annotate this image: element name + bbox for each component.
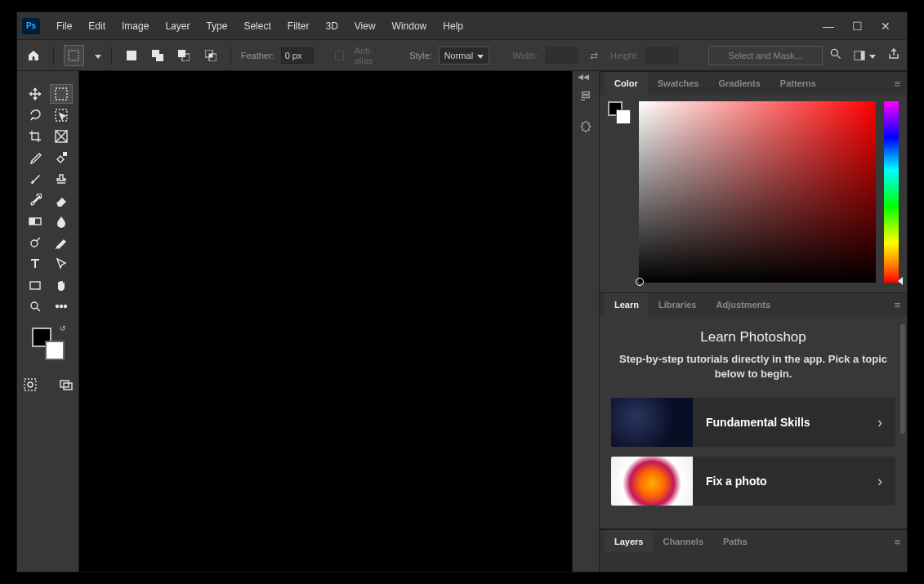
- collapsed-dock: ◀◀: [572, 71, 600, 572]
- tool-stamp[interactable]: [50, 169, 73, 189]
- menu-edit[interactable]: Edit: [80, 16, 114, 37]
- tool-history-brush[interactable]: [24, 190, 47, 210]
- tab-learn[interactable]: Learn: [605, 293, 649, 316]
- tools-panel: ↺: [17, 71, 79, 572]
- learn-subtitle: Step-by-step tutorials directly in the a…: [611, 352, 895, 381]
- canvas[interactable]: [79, 71, 572, 572]
- tool-eyedropper[interactable]: [24, 148, 47, 167]
- tool-hand[interactable]: [50, 275, 73, 295]
- height-input: [645, 47, 678, 64]
- intersect-selection-icon[interactable]: [201, 45, 221, 66]
- feather-input[interactable]: [281, 47, 314, 64]
- tutorial-item[interactable]: Fix a photo›: [611, 457, 895, 506]
- swap-colors-icon[interactable]: ↺: [60, 324, 66, 332]
- svg-point-26: [56, 305, 58, 308]
- tutorial-item[interactable]: Fundamental Skills›: [611, 398, 895, 447]
- width-input: [545, 47, 578, 64]
- menu-view[interactable]: View: [346, 16, 384, 37]
- menu-help[interactable]: Help: [435, 16, 471, 37]
- color-hue-slider[interactable]: [884, 101, 899, 283]
- tool-blur[interactable]: [50, 212, 73, 231]
- share-icon[interactable]: [887, 47, 900, 63]
- tool-lasso[interactable]: [24, 105, 47, 125]
- tool-pen[interactable]: [50, 233, 73, 252]
- tab-layers[interactable]: Layers: [605, 530, 653, 552]
- style-value: Normal: [444, 51, 473, 60]
- menu-filter[interactable]: Filter: [279, 16, 318, 37]
- photoshop-window: Ps FileEditImageLayerTypeSelectFilter3DV…: [16, 11, 908, 573]
- width-label: Width:: [512, 51, 538, 60]
- tool-frame[interactable]: [50, 127, 73, 146]
- marquee-tool-icon[interactable]: [64, 45, 84, 66]
- tool-quick-select[interactable]: [50, 105, 73, 125]
- panel-menu-icon[interactable]: ≡: [894, 78, 900, 90]
- learn-panel: LearnLibrariesAdjustments≡ Learn Photosh…: [600, 292, 907, 528]
- panel-menu-icon[interactable]: ≡: [894, 536, 900, 548]
- tutorial-thumbnail: [611, 398, 693, 447]
- menu-file[interactable]: File: [48, 16, 80, 37]
- tab-paths[interactable]: Paths: [713, 530, 757, 552]
- select-and-mask-button[interactable]: Select and Mask...: [708, 46, 824, 65]
- tab-libraries[interactable]: Libraries: [649, 293, 706, 316]
- maximize-button[interactable]: ☐: [852, 20, 863, 33]
- tab-channels[interactable]: Channels: [653, 530, 713, 552]
- tool-dodge[interactable]: [24, 233, 47, 252]
- svg-rect-0: [69, 50, 78, 60]
- history-panel-icon[interactable]: [578, 87, 594, 104]
- tutorial-label: Fundamental Skills: [693, 416, 864, 429]
- new-selection-icon[interactable]: [122, 45, 141, 66]
- svg-line-10: [837, 56, 841, 59]
- style-select[interactable]: Normal: [439, 47, 490, 65]
- tool-brush[interactable]: [24, 169, 47, 189]
- tool-healing[interactable]: [50, 148, 73, 167]
- color-saturation-value-picker[interactable]: [639, 101, 876, 283]
- svg-rect-13: [56, 88, 67, 100]
- panel-menu-icon[interactable]: ≡: [894, 299, 900, 311]
- tool-rectangle[interactable]: [24, 275, 47, 295]
- tool-type[interactable]: [24, 254, 47, 274]
- chevron-right-icon: ›: [864, 473, 895, 490]
- options-bar: Feather: Anti-alias Style: Normal Width:…: [17, 40, 907, 71]
- home-button[interactable]: [24, 45, 43, 66]
- tool-move[interactable]: [24, 84, 47, 104]
- menu-select[interactable]: Select: [235, 16, 279, 37]
- tool-path-select[interactable]: [50, 254, 73, 274]
- background-color-swatch[interactable]: [45, 341, 65, 360]
- tab-swatches[interactable]: Swatches: [648, 72, 709, 95]
- learn-scrollbar[interactable]: [900, 324, 905, 524]
- minimize-button[interactable]: —: [823, 20, 834, 33]
- menu-type[interactable]: Type: [198, 16, 235, 37]
- svg-point-27: [60, 305, 62, 308]
- tab-gradients[interactable]: Gradients: [708, 72, 770, 95]
- tool-preset-dropdown[interactable]: [91, 50, 101, 61]
- tool-crop[interactable]: [24, 127, 47, 146]
- properties-panel-icon[interactable]: [578, 118, 594, 135]
- tool-eraser[interactable]: [50, 190, 73, 210]
- menu-window[interactable]: Window: [384, 16, 435, 37]
- workspace-switcher-icon[interactable]: [854, 50, 876, 61]
- collapse-mid-icon[interactable]: ◀◀: [578, 73, 589, 81]
- tool-more[interactable]: [50, 296, 73, 316]
- color-fgbg-swatch[interactable]: [608, 101, 631, 124]
- screenmode-button[interactable]: [55, 375, 78, 395]
- menu-3d[interactable]: 3D: [317, 16, 346, 37]
- add-selection-icon[interactable]: [148, 45, 167, 66]
- tab-color[interactable]: Color: [605, 72, 648, 95]
- subtract-selection-icon[interactable]: [174, 45, 194, 66]
- feather-label: Feather:: [241, 51, 275, 60]
- main-area: ◀◀ ↺ ◀◀ ▶▶: [17, 71, 907, 572]
- tool-marquee-rect[interactable]: [50, 84, 73, 104]
- svg-point-9: [831, 49, 837, 56]
- tab-adjustments[interactable]: Adjustments: [706, 293, 780, 316]
- svg-line-22: [37, 238, 40, 241]
- tab-patterns[interactable]: Patterns: [770, 72, 826, 95]
- tool-zoom[interactable]: [24, 296, 47, 316]
- close-button[interactable]: ✕: [881, 20, 891, 33]
- menu-layer[interactable]: Layer: [157, 16, 198, 37]
- search-icon[interactable]: [829, 47, 842, 63]
- quickmask-button[interactable]: [19, 375, 42, 395]
- tool-gradient[interactable]: [24, 212, 47, 231]
- foreground-background-colors[interactable]: ↺: [32, 328, 65, 360]
- menu-image[interactable]: Image: [114, 16, 157, 37]
- tutorial-thumbnail: [611, 457, 693, 506]
